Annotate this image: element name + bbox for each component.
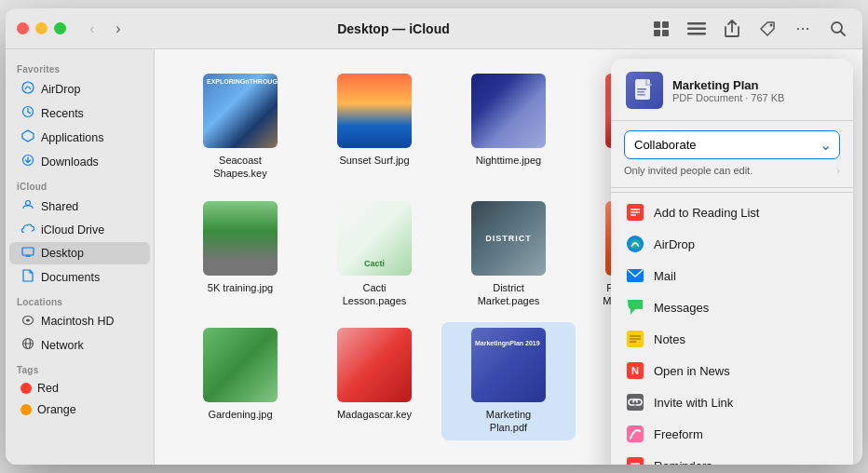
menu-item-airdrop[interactable]: AirDrop [611,228,853,260]
collaborate-chevron-icon: ⌄ [820,136,832,154]
network-icon [20,337,35,353]
popover-file-name: Marketing Plan [672,78,784,92]
file-item-marketing[interactable]: MarketingPlan.pdf [441,322,576,440]
documents-icon [20,269,35,285]
menu-item-notes[interactable]: Notes [611,323,853,355]
sidebar-item-applications-label: Applications [41,131,103,144]
file-item-nighttime[interactable]: Nighttime.jpeg [441,68,576,186]
file-name-sunset: Sunset Surf.jpg [339,154,409,167]
more-button[interactable]: ··· [790,16,816,42]
reminders-label: Reminders [654,459,712,466]
file-item-madagascar[interactable]: Madagascar.key [307,322,441,440]
file-thumb-district [471,201,546,276]
sidebar-item-downloads-label: Downloads [41,155,99,169]
forward-button[interactable]: › [107,18,129,40]
sidebar-item-recents[interactable]: Recents [9,101,150,125]
notes-icon [626,330,644,348]
sidebar-item-shared[interactable]: Shared [9,195,150,218]
svg-line-13 [28,112,31,114]
orange-tag-dot [20,404,32,415]
file-thumb-sunset [337,74,412,148]
collaborate-sub-text: Only invited people can edit. › [624,163,840,178]
file-grid: SeacoastShapes.key Sunset Surf.jpg Night… [155,49,862,465]
close-button[interactable] [17,22,29,34]
traffic-lights [17,22,66,34]
sidebar-item-macintosh-hd[interactable]: Macintosh HD [9,310,150,332]
menu-item-messages[interactable]: Messages [611,291,853,323]
svg-rect-27 [637,94,645,96]
menu-item-invite-link[interactable]: Invite with Link [611,386,853,418]
menu-item-open-news[interactable]: N Open in News [611,355,853,386]
file-name-gardening: Gardening.jpg [208,408,272,421]
menu-item-freeform[interactable]: Freeform [611,418,853,450]
sidebar-item-tag-red[interactable]: Red [9,378,150,399]
main-content: Favorites AirDrop [6,49,862,465]
file-name-marketing: MarketingPlan.pdf [486,408,531,435]
sidebar-item-network[interactable]: Network [9,333,150,357]
file-name-cacti: CactiLesson.pages [343,281,407,308]
svg-rect-0 [654,21,660,28]
view-options-button[interactable] [684,16,710,42]
menu-item-reminders[interactable]: Reminders [611,450,853,465]
messages-icon [626,298,644,317]
share-button[interactable] [719,16,745,42]
svg-rect-5 [687,27,706,30]
sidebar-item-airdrop[interactable]: AirDrop [9,77,150,101]
invite-link-label: Invite with Link [654,396,733,410]
popover-file-info: Marketing Plan PDF Document · 767 KB [672,78,784,103]
file-thumb-madagascar [337,328,412,402]
freeform-icon [626,425,644,443]
svg-rect-1 [662,21,669,28]
sidebar-item-icloud-drive[interactable]: iCloud Drive [9,219,150,241]
sidebar-item-applications[interactable]: Applications [9,126,150,149]
sidebar-item-macintosh-hd-label: Macintosh HD [41,315,115,328]
file-name-nighttime: Nighttime.jpeg [476,154,541,167]
menu-item-mail[interactable]: Mail [611,260,853,291]
sidebar-item-icloud-drive-label: iCloud Drive [41,223,104,236]
notes-label: Notes [654,332,685,346]
file-thumb-nighttime [471,74,546,148]
collaborate-select[interactable]: Collaborate ⌄ [624,130,840,159]
titlebar: ‹ › Desktop — iCloud [6,8,862,49]
sidebar-item-desktop[interactable]: Desktop [9,242,150,264]
file-thumb-5k [203,201,278,276]
tags-section-label: Tags [6,358,154,377]
file-item-seacoast[interactable]: SeacoastShapes.key [173,68,307,186]
airdrop-menu-label: AirDrop [654,237,695,251]
file-item-district[interactable]: DistrictMarket.pages [441,196,576,314]
minimize-button[interactable] [35,22,47,34]
file-thumb-cacti [337,201,412,276]
file-item-sunset[interactable]: Sunset Surf.jpg [307,68,441,186]
svg-point-16 [26,201,31,206]
back-button[interactable]: ‹ [81,18,103,40]
locations-section-label: Locations [6,290,154,309]
file-item-gardening[interactable]: Gardening.jpg [173,322,307,440]
airdrop-icon [20,81,35,97]
collaborate-sub-chevron-icon: › [836,165,840,176]
menu-item-reading-list[interactable]: Add to Reading List [611,196,853,228]
file-item-cacti[interactable]: CactiLesson.pages [307,196,441,314]
sidebar-item-network-label: Network [41,339,84,352]
downloads-icon [20,154,35,169]
reading-list-icon [626,203,644,222]
open-news-label: Open in News [654,364,730,378]
sidebar-item-tag-orange[interactable]: Orange [9,399,150,420]
file-item-5k[interactable]: 5K training.jpg [173,196,307,314]
grid-view-button[interactable] [648,16,674,42]
sidebar-item-downloads[interactable]: Downloads [9,150,150,173]
popover-header: Marketing Plan PDF Document · 767 KB [611,59,853,121]
search-button[interactable] [825,16,851,42]
sidebar-item-recents-label: Recents [41,107,84,120]
svg-rect-2 [654,30,660,36]
shared-icon [20,198,35,214]
maximize-button[interactable] [54,22,66,34]
nav-arrows: ‹ › [81,18,129,40]
applications-icon [20,129,35,145]
invite-link-icon [626,393,644,412]
svg-point-10 [22,82,34,93]
icloud-section-label: iCloud [6,174,154,194]
popover-file-icon [626,72,663,109]
sidebar-item-documents-label: Documents [41,271,100,284]
tag-button[interactable] [754,16,780,42]
sidebar-item-documents[interactable]: Documents [9,265,150,289]
